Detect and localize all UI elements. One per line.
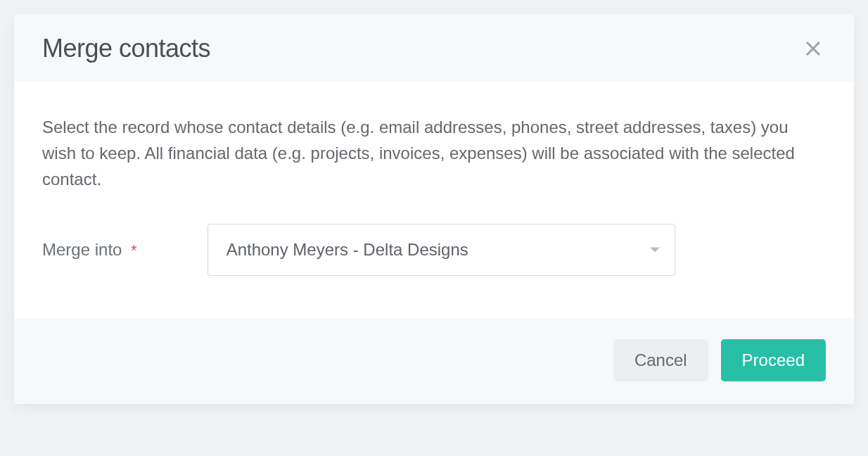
dialog-footer: Cancel Proceed <box>14 318 854 404</box>
dialog-description: Select the record whose contact details … <box>42 114 826 193</box>
dialog-body: Select the record whose contact details … <box>14 82 854 318</box>
merge-contacts-dialog: Merge contacts Select the record whose c… <box>14 14 854 404</box>
close-icon <box>803 39 823 58</box>
merge-into-selected-value: Anthony Meyers - Delta Designs <box>226 240 468 260</box>
close-button[interactable] <box>800 36 826 61</box>
merge-into-select-wrapper: Anthony Meyers - Delta Designs <box>208 224 675 276</box>
required-indicator: * <box>131 241 137 259</box>
cancel-button[interactable]: Cancel <box>613 339 708 381</box>
merge-into-label: Merge into * <box>42 240 137 260</box>
merge-into-select[interactable]: Anthony Meyers - Delta Designs <box>208 224 675 276</box>
dialog-header: Merge contacts <box>14 14 854 82</box>
dialog-title: Merge contacts <box>42 34 210 63</box>
proceed-button[interactable]: Proceed <box>721 339 826 381</box>
merge-into-label-text: Merge into <box>42 240 122 259</box>
merge-into-field: Merge into * Anthony Meyers - Delta Desi… <box>42 224 826 276</box>
